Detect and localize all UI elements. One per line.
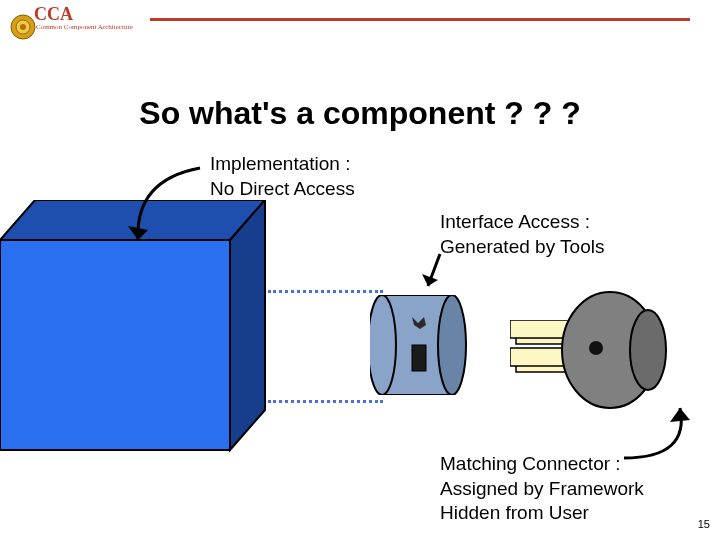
svg-point-18 bbox=[630, 310, 666, 390]
label-connector: Matching Connector :Assigned by Framewor… bbox=[440, 452, 644, 526]
arrow-implementation bbox=[120, 160, 240, 260]
arrow-connector bbox=[620, 400, 710, 470]
header-acronym: CCA bbox=[34, 4, 73, 25]
slide-header: CCA Common Component Architecture bbox=[0, 8, 720, 42]
dotted-connector-top bbox=[268, 290, 383, 293]
svg-point-8 bbox=[438, 295, 466, 395]
svg-point-2 bbox=[20, 24, 26, 30]
svg-marker-12 bbox=[422, 274, 438, 286]
arrow-interface bbox=[420, 250, 460, 300]
header-rule bbox=[150, 18, 690, 21]
svg-marker-20 bbox=[670, 408, 690, 422]
dotted-connector-bottom bbox=[268, 400, 383, 403]
cca-logo bbox=[10, 14, 36, 44]
svg-point-19 bbox=[589, 341, 603, 355]
slide-title: So what's a component ? ? ? bbox=[0, 95, 720, 132]
svg-rect-10 bbox=[412, 345, 426, 371]
interface-cylinder bbox=[370, 295, 470, 395]
svg-marker-6 bbox=[128, 226, 148, 240]
page-number: 15 bbox=[698, 518, 710, 530]
svg-rect-5 bbox=[0, 240, 230, 450]
svg-point-9 bbox=[370, 295, 396, 395]
label-interface: Interface Access :Generated by Tools bbox=[440, 210, 604, 259]
header-subtitle: Common Component Architecture bbox=[36, 23, 133, 31]
